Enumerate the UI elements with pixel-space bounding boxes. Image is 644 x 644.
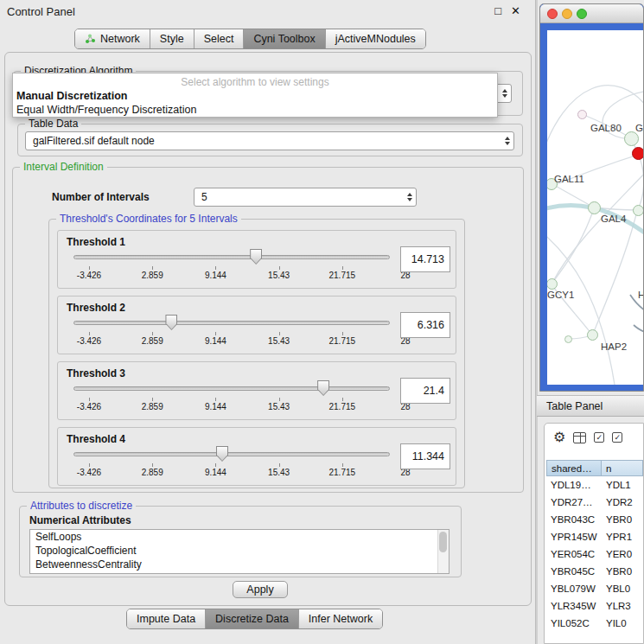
network-node[interactable] xyxy=(633,205,644,216)
intervals-spinner[interactable]: 5 xyxy=(194,188,417,207)
scale-label: -3.426 xyxy=(77,271,101,280)
scrollbar-thumb[interactable] xyxy=(439,532,447,552)
network-node[interactable] xyxy=(577,110,587,119)
cell-shared-name: YBR045C xyxy=(546,563,602,580)
slider-scale: -3.4262.8599.14415.4321.71528 xyxy=(89,266,405,282)
table-row[interactable]: YDR27…YDR2 xyxy=(546,494,643,511)
attribute-item[interactable]: BetweennessCentrality xyxy=(30,558,449,571)
numerical-attributes-list[interactable]: SelfLoopsTopologicalCoefficientBetweenne… xyxy=(29,529,450,574)
scale-label: 2.859 xyxy=(142,336,163,346)
column-header-name[interactable]: n xyxy=(602,460,643,476)
table-panel-title: Table Panel xyxy=(546,400,603,412)
float-window-icon[interactable]: □ xyxy=(494,4,501,17)
columns-icon[interactable] xyxy=(573,432,586,443)
tick-mark xyxy=(152,332,153,335)
tick-mark xyxy=(152,398,153,401)
group-label-interval-definition: Interval Definition xyxy=(20,161,107,173)
cell-shared-name: YIL052C xyxy=(546,615,602,632)
network-node[interactable] xyxy=(547,278,558,290)
cell-name: YLR3 xyxy=(602,597,643,615)
list-scrollbar[interactable] xyxy=(437,530,449,573)
threshold-3-panel: Threshold 3 -3.4262.8599.14415.4321.7152… xyxy=(57,361,456,420)
cell-name: YIL0 xyxy=(602,615,643,632)
panel-splitter[interactable] xyxy=(535,0,538,644)
dropdown-item-equal-width-frequency[interactable]: Equal Width/Frequency Discretization xyxy=(13,103,497,117)
slider-handle[interactable] xyxy=(216,446,228,462)
node-label: GAL11 xyxy=(554,174,584,184)
cell-shared-name: YBL079W xyxy=(546,580,602,597)
attribute-item[interactable]: SelfLoops xyxy=(30,530,449,544)
close-button[interactable] xyxy=(547,9,558,19)
threshold-4-slider[interactable]: -3.4262.8599.14415.4321.71528 xyxy=(73,428,390,487)
threshold-2-value-field[interactable]: 6.316 xyxy=(400,312,450,338)
network-node[interactable] xyxy=(587,329,598,341)
threshold-2-slider[interactable]: -3.4262.8599.14415.4321.71528 xyxy=(73,296,390,355)
cell-shared-name: YPR145W xyxy=(546,528,602,545)
gear-icon[interactable]: ⚙ xyxy=(553,430,565,444)
table-row[interactable]: YLR345WYLR3 xyxy=(546,597,643,615)
table-row[interactable]: YPR145WYPR1 xyxy=(546,528,643,545)
minimize-button[interactable] xyxy=(562,9,572,19)
tab-jactivemnodules[interactable]: jActiveMNodules xyxy=(325,29,425,48)
node-label: HAP2 xyxy=(601,341,627,352)
network-window: GAL80GAGAL11GAL4GCY1HHAP2 xyxy=(539,3,644,392)
scale-label: 21.715 xyxy=(329,271,356,280)
slider-track[interactable] xyxy=(73,386,390,391)
tab-network[interactable]: Network xyxy=(75,29,150,48)
close-window-icon[interactable]: ✕ xyxy=(511,4,520,17)
threshold-1-slider[interactable]: -3.4262.8599.14415.4321.71528 xyxy=(73,231,390,290)
slider-track[interactable] xyxy=(73,255,390,259)
node-label: GA xyxy=(635,123,644,133)
tick-mark xyxy=(342,463,343,467)
network-canvas[interactable]: GAL80GAGAL11GAL4GCY1HHAP2 xyxy=(547,30,644,385)
scale-label: 21.715 xyxy=(329,468,356,477)
network-node[interactable] xyxy=(624,131,639,146)
tab-label: Cyni Toolbox xyxy=(253,33,315,45)
scale-label: 15.43 xyxy=(268,468,290,477)
intervals-value: 5 xyxy=(201,191,207,203)
network-node[interactable] xyxy=(588,201,601,214)
table-row[interactable]: YBR045CYBR0 xyxy=(546,563,643,580)
tab-style[interactable]: Style xyxy=(150,29,194,48)
tab-impute-data[interactable]: Impute Data xyxy=(127,609,205,628)
tab-discretize-data[interactable]: Discretize Data xyxy=(205,609,298,628)
apply-button[interactable]: Apply xyxy=(233,581,288,598)
table-row[interactable]: YBR043CYBR0 xyxy=(546,511,643,528)
table-row[interactable]: YDL19…YDL1 xyxy=(546,476,643,494)
select-all-checkbox-icon[interactable]: ✓ xyxy=(594,432,604,443)
panel-title: Control Panel xyxy=(7,5,75,18)
dropdown-item-manual-discretization[interactable]: Manual Discretization xyxy=(13,89,497,103)
cell-name: YBR0 xyxy=(602,563,643,580)
threshold-4-value-field[interactable]: 11.344 xyxy=(400,443,450,469)
table-data-select[interactable]: galFiltered.sif default node xyxy=(25,131,514,150)
tab-select[interactable]: Select xyxy=(194,29,244,48)
slider-handle[interactable] xyxy=(165,315,177,330)
tab-infer-network[interactable]: Infer Network xyxy=(298,609,382,628)
scale-label: -3.426 xyxy=(77,402,101,411)
tab-label: Select xyxy=(204,33,234,45)
zoom-button[interactable] xyxy=(577,9,587,19)
cell-name: YPR1 xyxy=(602,528,643,545)
group-label-table-data: Table Data xyxy=(25,118,81,130)
tab-label: Impute Data xyxy=(137,613,195,625)
tab-cyni-toolbox[interactable]: Cyni Toolbox xyxy=(243,29,324,48)
slider-handle[interactable] xyxy=(317,380,329,396)
slider-track[interactable] xyxy=(73,321,390,325)
node-table: shared… n YDL19…YDL1YDR27…YDR2YBR043CYBR… xyxy=(546,460,643,632)
slider-handle[interactable] xyxy=(250,249,262,265)
table-panel-header[interactable]: Table Panel xyxy=(537,395,644,417)
table-row[interactable]: YER054CYER0 xyxy=(546,545,643,563)
slider-track[interactable] xyxy=(73,452,390,456)
show-selected-checkbox-icon[interactable]: ✓ xyxy=(612,432,622,443)
table-row[interactable]: YIL052CYIL0 xyxy=(546,615,643,632)
threshold-1-value-field[interactable]: 14.713 xyxy=(400,246,450,272)
network-node[interactable] xyxy=(564,335,572,343)
threshold-3-value-field[interactable]: 21.4 xyxy=(400,378,450,404)
attribute-item[interactable]: TopologicalCoefficient xyxy=(30,544,449,558)
threshold-3-slider[interactable]: -3.4262.8599.14415.4321.71528 xyxy=(73,362,390,421)
column-header-shared-name[interactable]: shared… xyxy=(546,460,602,476)
network-window-titlebar[interactable] xyxy=(540,4,643,23)
table-row[interactable]: YBL079WYBL0 xyxy=(546,580,643,597)
network-node[interactable] xyxy=(632,147,644,160)
scale-label: 2.859 xyxy=(142,402,163,411)
